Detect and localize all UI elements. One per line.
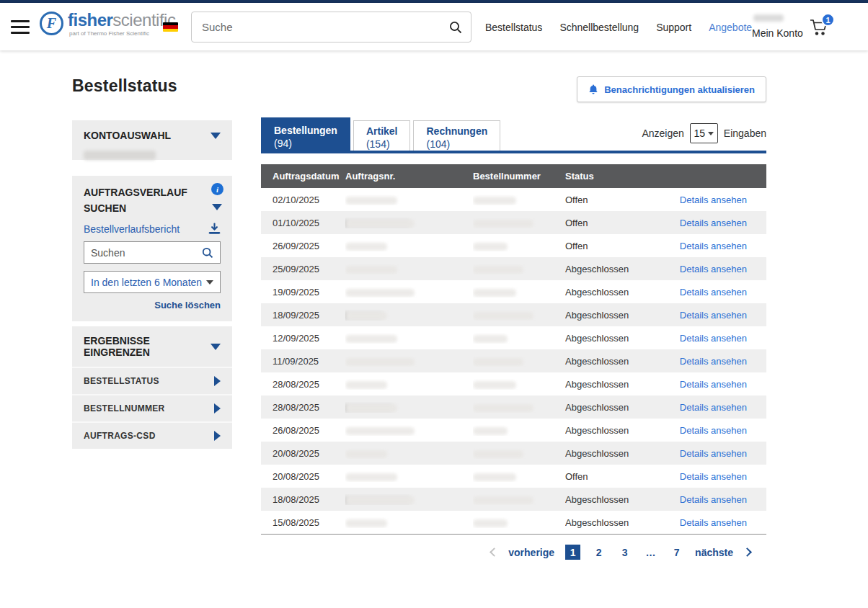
- tab-count: (94): [274, 137, 337, 150]
- per-page-select[interactable]: 15: [690, 123, 718, 143]
- search-submit-button[interactable]: [440, 12, 471, 42]
- order-row: 28/08/2025 Abgeschlossen Details ansehen: [261, 395, 766, 419]
- po-number-redacted: [473, 195, 565, 205]
- order-row: 26/08/2025 Abgeschlossen Details ansehen: [261, 419, 766, 442]
- search-input[interactable]: [192, 21, 440, 33]
- po-number-redacted: [473, 333, 565, 344]
- order-number-redacted: [345, 471, 473, 482]
- order-date: 28/08/2025: [261, 402, 345, 413]
- order-status: Offen: [565, 195, 671, 205]
- sidebar-search-button[interactable]: [201, 246, 220, 259]
- account-menu[interactable]: Mein Konto: [752, 13, 803, 39]
- next-page-chevron-icon[interactable]: [743, 547, 752, 557]
- info-icon[interactable]: i: [211, 183, 223, 195]
- view-details-link[interactable]: Details ansehen: [680, 218, 747, 228]
- top-nav-link[interactable]: Angebote: [709, 22, 752, 33]
- chevron-right-icon: [214, 376, 221, 386]
- chevron-down-icon: [708, 132, 714, 135]
- order-row: 11/09/2025 Abgeschlossen Details ansehen: [261, 349, 766, 372]
- download-icon[interactable]: [208, 223, 221, 235]
- tab-count: (104): [426, 138, 487, 151]
- results-tab[interactable]: Rechnungen (104): [413, 120, 500, 151]
- view-details-link[interactable]: Details ansehen: [680, 264, 747, 274]
- view-details-link[interactable]: Details ansehen: [680, 287, 747, 298]
- order-history-search-section: AUFTRAGSVERLAUF SUCHEN i Bestellverlaufs…: [72, 176, 232, 321]
- order-row: 25/09/2025 Abgeschlossen Details ansehen: [261, 257, 766, 280]
- order-number-redacted: [345, 241, 473, 251]
- chevron-down-icon: [211, 344, 221, 350]
- filter-row[interactable]: AUFTRAGS-CSD: [72, 421, 232, 449]
- order-status: Abgeschlossen: [565, 402, 671, 413]
- previous-page-link[interactable]: vorherige: [508, 547, 554, 558]
- order-row: 02/10/2025 Offen Details ansehen: [261, 188, 766, 211]
- view-details-link[interactable]: Details ansehen: [680, 471, 747, 482]
- order-status: Abgeschlossen: [565, 287, 671, 298]
- order-date: 01/10/2025: [261, 218, 345, 228]
- view-details-link[interactable]: Details ansehen: [680, 195, 747, 205]
- view-details-link[interactable]: Details ansehen: [680, 425, 747, 436]
- po-number-redacted: [473, 356, 565, 367]
- column-header-order-number: Auftragsnr.: [345, 171, 473, 182]
- order-date: 12/09/2025: [261, 333, 345, 344]
- order-date: 20/08/2025: [261, 448, 345, 459]
- order-status: Offen: [565, 218, 671, 228]
- fisher-scientific-logo[interactable]: F fisherscientific part of Thermo Fisher…: [40, 12, 175, 37]
- order-number-redacted: [345, 195, 473, 205]
- account-selection-header[interactable]: KONTOAUSWAHL: [72, 120, 232, 149]
- refine-results-header[interactable]: ERGEBNISSE EINGRENZEN: [72, 326, 232, 367]
- column-header-status: Status: [565, 171, 671, 182]
- order-status: Abgeschlossen: [565, 333, 671, 344]
- view-details-link[interactable]: Details ansehen: [680, 448, 747, 459]
- page-number: …: [643, 545, 658, 560]
- page-number[interactable]: 3: [617, 545, 632, 560]
- view-details-link[interactable]: Details ansehen: [680, 333, 747, 344]
- pagination: vorherige 1 2 3 … 7 nächste: [261, 545, 766, 560]
- order-history-report-link[interactable]: Bestellverlaufsbericht: [84, 223, 180, 235]
- view-details-link[interactable]: Details ansehen: [680, 517, 747, 528]
- order-status: Abgeschlossen: [565, 356, 671, 367]
- results-tab[interactable]: Bestellungen (94): [261, 117, 350, 151]
- view-details-link[interactable]: Details ansehen: [680, 379, 747, 390]
- view-details-link[interactable]: Details ansehen: [680, 402, 747, 413]
- german-flag-icon[interactable]: [163, 22, 178, 32]
- order-date: 18/09/2025: [261, 310, 345, 321]
- results-tab[interactable]: Artikel (154): [353, 120, 411, 151]
- view-details-link[interactable]: Details ansehen: [680, 241, 747, 251]
- next-page-link[interactable]: nächste: [695, 547, 733, 558]
- order-status: Abgeschlossen: [565, 310, 671, 321]
- po-number-redacted: [473, 218, 565, 228]
- orders-table: Auftragsdatum Auftragsnr. Bestellnummer …: [261, 164, 766, 535]
- page-number[interactable]: 1: [565, 545, 580, 560]
- po-number-redacted: [473, 379, 565, 390]
- top-nav-link[interactable]: Schnellbestellung: [559, 22, 639, 33]
- column-header-order-date: Auftragsdatum: [261, 171, 345, 182]
- table-body: 02/10/2025 Offen Details ansehen 01/10/2…: [261, 188, 766, 534]
- filter-label: BESTELLNUMMER: [84, 403, 165, 413]
- po-number-redacted: [473, 402, 565, 413]
- order-number-redacted: [345, 425, 473, 436]
- filter-row[interactable]: BESTELLNUMMER: [72, 394, 232, 421]
- top-nav-link[interactable]: Bestellstatus: [485, 22, 542, 33]
- cart-count-badge: 1: [821, 13, 835, 27]
- order-date: 20/08/2025: [261, 471, 345, 482]
- results-panel: Bestellungen (94) Artikel (154) Rechnung…: [261, 120, 766, 560]
- per-page-value: 15: [694, 128, 706, 139]
- page-number[interactable]: 2: [591, 545, 606, 560]
- view-details-link[interactable]: Details ansehen: [680, 356, 747, 367]
- per-page-control: Anzeigen 15 Eingaben: [642, 123, 766, 143]
- view-details-link[interactable]: Details ansehen: [680, 494, 747, 505]
- previous-page-chevron-icon[interactable]: [490, 547, 499, 557]
- date-range-select[interactable]: In den letzten 6 Monaten: [84, 271, 221, 293]
- filter-row[interactable]: BESTELLSTATUS: [72, 367, 232, 394]
- table-header-row: Auftragsdatum Auftragsnr. Bestellnummer …: [261, 164, 766, 188]
- hamburger-menu-icon[interactable]: [11, 20, 30, 34]
- update-notifications-button[interactable]: Benachrichtigungen aktualisieren: [577, 76, 766, 102]
- top-nav-link[interactable]: Support: [656, 22, 691, 33]
- sidebar-search-input[interactable]: [84, 247, 201, 259]
- page-number[interactable]: 7: [669, 545, 684, 560]
- cart-button[interactable]: 1: [809, 17, 833, 40]
- order-row: 01/10/2025 Offen Details ansehen: [261, 211, 766, 234]
- view-details-link[interactable]: Details ansehen: [680, 310, 747, 321]
- clear-search-link[interactable]: Suche löschen: [84, 300, 221, 310]
- table-bottom-border: [261, 534, 766, 535]
